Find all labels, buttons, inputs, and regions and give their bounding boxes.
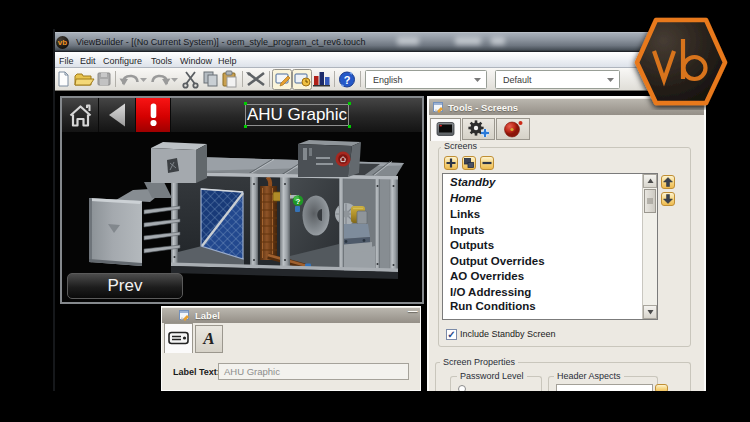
svg-text:?: ? — [296, 197, 301, 206]
svg-text:English: English — [373, 75, 403, 85]
svg-text:Default: Default — [503, 75, 532, 85]
svg-text:?: ? — [344, 74, 351, 86]
